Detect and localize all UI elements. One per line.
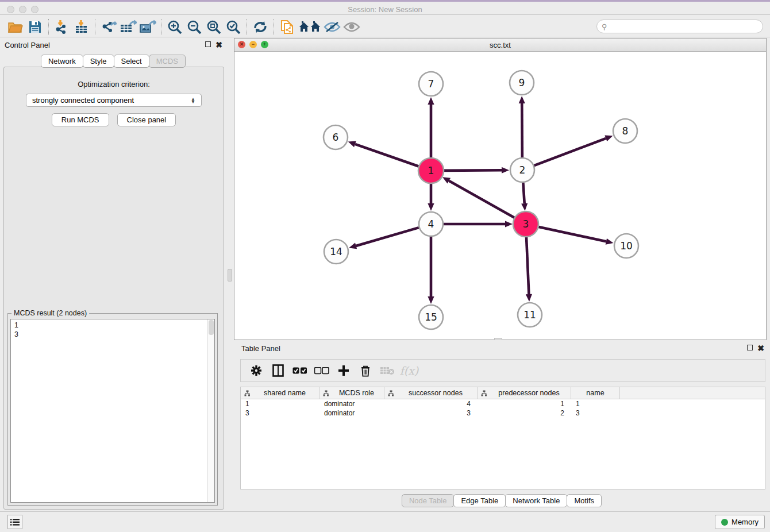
- table-row[interactable]: 3dominator323: [241, 408, 765, 418]
- table-panel-header: Table Panel ✖: [234, 340, 770, 356]
- clone-network-icon[interactable]: [278, 18, 297, 36]
- close-panel-icon[interactable]: ✖: [215, 41, 222, 48]
- optimization-criterion-select[interactable]: strongly connected component ▲▼: [26, 94, 202, 107]
- column-header-predecessor-nodes[interactable]: predecessor nodes: [478, 387, 571, 399]
- import-network-icon[interactable]: [52, 18, 72, 36]
- vertical-splitter-handle[interactable]: [228, 269, 232, 282]
- node-label: 10: [620, 240, 633, 252]
- graph-node-6[interactable]: 6: [324, 125, 348, 149]
- first-neighbors-icon[interactable]: [297, 18, 322, 36]
- search-box[interactable]: ⚲: [596, 20, 763, 33]
- show-hide-icon[interactable]: [322, 18, 342, 36]
- tab-network[interactable]: Network: [41, 55, 83, 68]
- search-input[interactable]: [607, 22, 763, 30]
- graph-node-8[interactable]: 8: [613, 119, 637, 143]
- table-panel-title: Table Panel: [241, 344, 742, 353]
- selected-option: strongly connected component: [32, 96, 134, 105]
- delete-column-icon[interactable]: [356, 361, 375, 380]
- edge-3-11[interactable]: [526, 237, 529, 294]
- control-panel-header: Control Panel ✖: [0, 37, 227, 52]
- tab-mcds[interactable]: MCDS: [149, 55, 186, 68]
- edge-arrowhead: [502, 167, 509, 174]
- export-network-icon[interactable]: [99, 18, 118, 36]
- node-label: 2: [519, 164, 526, 176]
- edge-2-9[interactable]: [522, 103, 522, 157]
- float-table-panel-icon[interactable]: [747, 345, 753, 352]
- graph-node-2[interactable]: 2: [510, 158, 534, 182]
- control-panel-title: Control Panel: [5, 41, 201, 49]
- column-header-shared-name[interactable]: shared name: [241, 387, 319, 399]
- open-session-icon[interactable]: [6, 18, 25, 36]
- edge-4-14[interactable]: [356, 228, 419, 246]
- close-table-panel-icon[interactable]: ✖: [757, 345, 764, 352]
- graph-node-15[interactable]: 15: [419, 305, 443, 329]
- hierarchy-icon: [244, 390, 251, 396]
- node-label: 1: [428, 165, 434, 176]
- edge-3-1[interactable]: [449, 181, 514, 218]
- node-table[interactable]: shared nameMCDS rolesuccessor nodesprede…: [240, 387, 765, 489]
- toolbar-separator: [48, 19, 49, 35]
- save-session-icon[interactable]: [25, 18, 45, 36]
- fit-content-icon[interactable]: [204, 18, 224, 36]
- float-panel-icon[interactable]: [205, 41, 211, 48]
- edge-2-3[interactable]: [523, 183, 524, 203]
- mcds-result-box[interactable]: 1 3: [10, 319, 215, 503]
- node-label: 15: [425, 311, 437, 323]
- table-settings-icon[interactable]: [247, 361, 266, 380]
- graph-node-11[interactable]: 11: [518, 303, 542, 327]
- edge-arrowhead: [428, 203, 434, 211]
- graph-node-7[interactable]: 7: [419, 72, 443, 96]
- graph-node-10[interactable]: 10: [614, 234, 638, 258]
- tab-network-table[interactable]: Network Table: [505, 494, 567, 507]
- column-header-successor-nodes[interactable]: successor nodes: [384, 387, 478, 399]
- edge-2-8[interactable]: [534, 138, 606, 165]
- export-table-icon[interactable]: [118, 18, 138, 36]
- task-history-button[interactable]: [7, 515, 22, 529]
- memory-button[interactable]: Memory: [715, 515, 765, 529]
- tab-select[interactable]: Select: [114, 55, 149, 68]
- cell-shared-name: 3: [241, 408, 319, 418]
- export-image-icon[interactable]: [138, 18, 157, 36]
- toolbar-separator: [247, 19, 247, 35]
- mcds-result-values: 1 3: [14, 321, 206, 501]
- table-row[interactable]: 1dominator411: [241, 399, 765, 408]
- edge-arrowhead: [505, 221, 513, 227]
- import-table-icon[interactable]: [72, 18, 91, 36]
- chevron-up-down-icon: ▲▼: [191, 98, 195, 103]
- refresh-icon[interactable]: [251, 18, 270, 36]
- deselect-all-icon[interactable]: [312, 361, 332, 380]
- edge-3-10[interactable]: [538, 227, 606, 242]
- main-toolbar: ⚲: [0, 17, 770, 37]
- result-scrollbar[interactable]: [207, 319, 214, 502]
- show-column-icon[interactable]: [268, 361, 288, 380]
- edge-1-6[interactable]: [355, 144, 419, 167]
- network-window-titlebar[interactable]: ✕ − + scc.txt: [234, 38, 766, 52]
- tab-style[interactable]: Style: [83, 55, 114, 68]
- close-panel-button[interactable]: Close panel: [117, 113, 176, 126]
- network-canvas[interactable]: 7968124314101511: [234, 52, 766, 340]
- column-header-MCDS-role[interactable]: MCDS role: [319, 387, 384, 399]
- tab-node-table[interactable]: Node Table: [402, 494, 455, 507]
- graph-node-14[interactable]: 14: [324, 240, 348, 264]
- tab-edge-table[interactable]: Edge Table: [453, 494, 506, 507]
- select-all-icon[interactable]: [290, 361, 310, 380]
- network-graph[interactable]: 7968124314101511: [234, 52, 766, 340]
- add-column-icon[interactable]: [334, 361, 353, 380]
- run-mcds-button[interactable]: Run MCDS: [52, 113, 109, 126]
- column-header-name[interactable]: name: [571, 387, 620, 399]
- node-label: 4: [428, 218, 434, 230]
- graph-node-4[interactable]: 4: [419, 212, 443, 236]
- tab-motifs[interactable]: Motifs: [567, 494, 602, 507]
- edge-1-2[interactable]: [444, 170, 502, 171]
- graph-node-1[interactable]: 1: [418, 158, 444, 183]
- hierarchy-icon: [323, 390, 329, 396]
- cell-successor-nodes: 4: [384, 399, 478, 408]
- graph-node-3[interactable]: 3: [513, 211, 538, 237]
- node-label: 3: [523, 218, 529, 230]
- application-window: Session: New Session: [0, 0, 770, 532]
- zoom-in-icon[interactable]: [165, 18, 184, 36]
- eye-icon[interactable]: [342, 18, 361, 36]
- graph-node-9[interactable]: 9: [510, 71, 534, 95]
- zoom-selected-icon[interactable]: [224, 18, 243, 36]
- zoom-out-icon[interactable]: [184, 18, 204, 36]
